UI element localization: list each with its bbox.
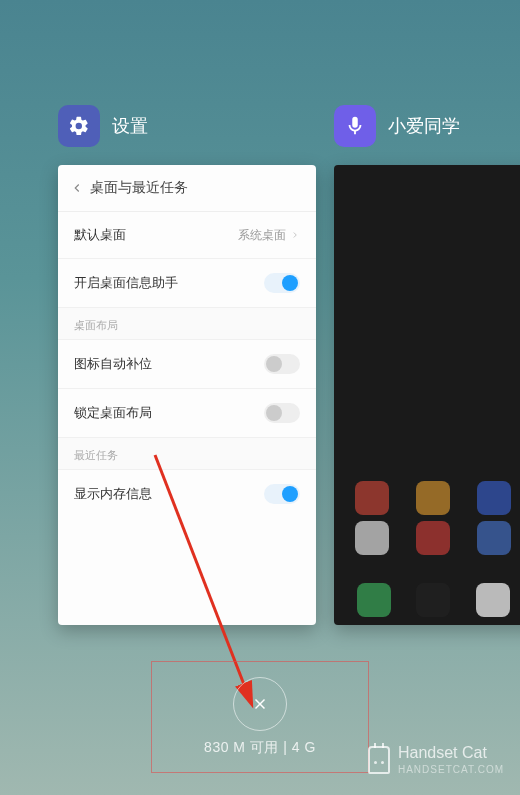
row-label: 锁定桌面布局	[74, 404, 152, 422]
row-default-launcher[interactable]: 默认桌面 系统桌面	[58, 212, 316, 259]
chevron-left-icon[interactable]	[70, 181, 84, 195]
row-info-assistant[interactable]: 开启桌面信息助手	[58, 259, 316, 307]
row-label: 默认桌面	[74, 226, 126, 244]
row-label: 开启桌面信息助手	[74, 274, 178, 292]
watermark-logo-icon	[368, 746, 390, 774]
close-icon	[251, 695, 269, 713]
card-header-settings[interactable]: 设置	[58, 105, 316, 147]
close-all-button[interactable]	[233, 677, 287, 731]
toggle-lock-layout[interactable]	[264, 403, 300, 423]
settings-page-header[interactable]: 桌面与最近任务	[58, 165, 316, 212]
section-recent: 最近任务	[58, 437, 316, 470]
section-layout: 桌面布局	[58, 307, 316, 340]
toggle-info-assistant[interactable]	[264, 273, 300, 293]
dock-icon	[357, 583, 391, 617]
toggle-show-memory[interactable]	[264, 484, 300, 504]
row-value: 系统桌面	[238, 227, 300, 244]
home-icon	[416, 481, 450, 515]
app-title-settings: 设置	[112, 114, 148, 138]
memory-info-text: 830 M 可用 | 4 G	[204, 739, 316, 757]
row-show-memory[interactable]: 显示内存信息	[58, 470, 316, 518]
home-icon	[416, 521, 450, 555]
watermark-name: Handset Cat	[398, 744, 504, 762]
home-dock	[344, 583, 520, 617]
toggle-auto-fill[interactable]	[264, 354, 300, 374]
home-icon	[355, 481, 389, 515]
row-auto-fill[interactable]: 图标自动补位	[58, 340, 316, 389]
home-grid	[344, 481, 520, 555]
watermark-sub: HANDSETCAT.COM	[398, 764, 504, 775]
chevron-right-icon	[290, 230, 300, 240]
settings-app-icon	[58, 105, 100, 147]
home-icon	[355, 521, 389, 555]
home-icon	[477, 521, 511, 555]
settings-card[interactable]: 桌面与最近任务 默认桌面 系统桌面 开启桌面信息助手 桌面布局 图标自动补位 锁…	[58, 165, 316, 625]
row-label: 显示内存信息	[74, 485, 152, 503]
watermark: Handset Cat HANDSETCAT.COM	[368, 744, 504, 775]
dock-icon	[416, 583, 450, 617]
row-lock-layout[interactable]: 锁定桌面布局	[58, 389, 316, 437]
close-all-highlight: 830 M 可用 | 4 G	[151, 661, 369, 773]
dock-icon	[476, 583, 510, 617]
xiaoai-app-icon	[334, 105, 376, 147]
xiaoai-card[interactable]	[334, 165, 520, 625]
home-icon	[477, 481, 511, 515]
settings-page-title: 桌面与最近任务	[90, 179, 188, 197]
row-label: 图标自动补位	[74, 355, 152, 373]
app-title-xiaoai: 小爱同学	[388, 114, 460, 138]
card-header-xiaoai[interactable]: 小爱同学	[334, 105, 520, 147]
